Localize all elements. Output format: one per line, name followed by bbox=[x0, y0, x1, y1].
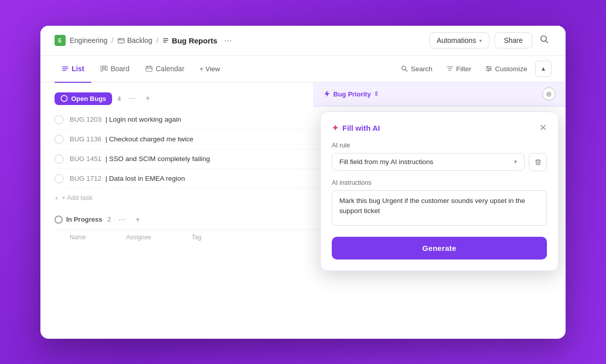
calendar-tab-icon bbox=[145, 65, 153, 72]
open-bugs-label: Open Bugs bbox=[71, 95, 106, 102]
dropdown-chevron-icon: ▾ bbox=[514, 159, 517, 165]
nav-tabs: List Board Calendar + View Search Filter… bbox=[40, 56, 566, 82]
nav-right: Search Filter Customize ▲ bbox=[395, 61, 551, 77]
tab-calendar[interactable]: Calendar bbox=[138, 61, 191, 77]
delete-rule-button[interactable] bbox=[529, 153, 547, 171]
automations-button[interactable]: Automations ▾ bbox=[429, 32, 489, 48]
fill-ai-title-text: Fill with AI bbox=[342, 124, 380, 132]
in-progress-more-button[interactable]: ··· bbox=[116, 214, 128, 225]
task-status-circle[interactable] bbox=[55, 115, 64, 124]
tab-board[interactable]: Board bbox=[93, 61, 136, 77]
content-area: Open Bugs 4 ··· + BUG 1203 | Login not w… bbox=[40, 82, 566, 339]
search-nav-label: Search bbox=[411, 65, 432, 73]
tab-list[interactable]: List bbox=[55, 61, 91, 77]
ai-rule-row: Fill field from my AI instructions ▾ bbox=[332, 153, 547, 171]
plus-circle-icon: ⊕ bbox=[546, 90, 552, 98]
fill-ai-title: ✦ Fill with AI bbox=[332, 123, 380, 133]
task-name-text: Data lost in EMEA region bbox=[109, 175, 185, 182]
bug-priority-text: Bug Priority bbox=[333, 90, 371, 98]
breadcrumb-backlog: Backlog bbox=[118, 36, 153, 44]
breadcrumb-bug-reports-label[interactable]: Bug Reports bbox=[172, 36, 217, 45]
open-bugs-count: 4 bbox=[117, 95, 121, 102]
sort-icon: ⇕ bbox=[374, 90, 379, 97]
col-assignee-header: Assignee bbox=[126, 234, 151, 241]
generate-button[interactable]: Generate bbox=[332, 237, 547, 259]
fill-ai-header: ✦ Fill with AI ✕ bbox=[332, 123, 547, 133]
ai-rule-value: Fill field from my AI instructions bbox=[339, 158, 433, 166]
open-bugs-more-button[interactable]: ··· bbox=[126, 93, 138, 104]
chevron-down-icon: ▾ bbox=[479, 38, 482, 43]
sparkle-icon: ✦ bbox=[332, 123, 338, 133]
col-tag-header: Tag bbox=[191, 234, 201, 241]
ai-rule-section-label: AI rule bbox=[332, 142, 547, 149]
share-button[interactable]: Share bbox=[494, 32, 532, 48]
folder-icon bbox=[118, 37, 125, 44]
svg-point-22 bbox=[490, 68, 491, 70]
task-status-circle[interactable] bbox=[55, 154, 64, 164]
svg-point-4 bbox=[541, 36, 546, 41]
close-modal-button[interactable]: ✕ bbox=[539, 123, 547, 132]
search-nav-icon bbox=[401, 65, 408, 72]
trash-icon bbox=[534, 158, 542, 166]
breadcrumb-sep-2: / bbox=[156, 36, 158, 44]
task-title: BUG 1203 | Login not working again bbox=[70, 116, 181, 123]
fill-ai-modal: ✦ Fill with AI ✕ AI rule Fill field from… bbox=[320, 112, 559, 271]
collapse-button[interactable]: ▲ bbox=[535, 61, 551, 77]
task-title: BUG 1451 | SSO and SCIM completely faili… bbox=[70, 155, 210, 163]
tab-list-label: List bbox=[72, 65, 84, 73]
in-progress-count: 2 bbox=[108, 216, 111, 223]
tab-board-label: Board bbox=[111, 65, 129, 73]
add-view-button[interactable]: + View bbox=[193, 62, 226, 76]
breadcrumb-backlog-label[interactable]: Backlog bbox=[127, 36, 153, 44]
task-name-text: Login not working again bbox=[109, 116, 181, 123]
automations-label: Automations bbox=[437, 36, 476, 44]
breadcrumb-sep-1: / bbox=[112, 36, 114, 44]
header: E Engineering / Backlog / Bug Reports ··… bbox=[40, 26, 566, 56]
task-id: BUG 1136 bbox=[70, 135, 102, 143]
in-progress-badge: In Progress bbox=[55, 216, 103, 224]
in-progress-add-button[interactable]: + bbox=[133, 214, 142, 225]
search-icon bbox=[539, 34, 549, 44]
customize-icon bbox=[485, 65, 492, 72]
in-progress-label: In Progress bbox=[66, 216, 103, 223]
svg-point-21 bbox=[487, 66, 488, 68]
bug-priority-header: Bug Priority ⇕ ⊕ bbox=[313, 82, 566, 107]
search-nav-button[interactable]: Search bbox=[395, 62, 438, 76]
open-bugs-circle bbox=[61, 95, 68, 102]
customize-label: Customize bbox=[495, 65, 527, 73]
list-tab-icon bbox=[62, 65, 69, 72]
col-name-header: Name bbox=[70, 234, 86, 241]
task-id: BUG 1451 bbox=[70, 155, 102, 163]
svg-rect-11 bbox=[106, 66, 108, 71]
add-column-button[interactable]: ⊕ bbox=[542, 87, 556, 100]
eng-badge: E bbox=[55, 35, 66, 46]
chevron-up-icon: ▲ bbox=[540, 65, 546, 72]
breadcrumb-engineering-label[interactable]: Engineering bbox=[70, 36, 108, 44]
ai-panel: Bug Priority ⇕ ⊕ ✦ Fill with AI ✕ AI rul… bbox=[313, 82, 566, 339]
svg-rect-24 bbox=[536, 160, 539, 160]
svg-line-5 bbox=[546, 41, 548, 43]
in-progress-circle bbox=[55, 216, 63, 224]
open-bugs-add-button[interactable]: + bbox=[143, 93, 153, 104]
breadcrumb: E Engineering / Backlog / Bug Reports ··… bbox=[55, 34, 429, 47]
breadcrumb-engineering: Engineering bbox=[70, 36, 108, 44]
task-status-circle[interactable] bbox=[55, 174, 64, 183]
lightning-icon bbox=[323, 90, 330, 97]
tab-calendar-label: Calendar bbox=[156, 65, 184, 73]
ai-rule-dropdown[interactable]: Fill field from my AI instructions ▾ bbox=[332, 153, 525, 171]
list-icon bbox=[162, 37, 169, 44]
ai-instructions-textarea[interactable]: Mark this bug Urgent if the customer sou… bbox=[332, 190, 547, 226]
header-actions: Automations ▾ Share bbox=[429, 32, 551, 49]
search-button[interactable] bbox=[537, 32, 551, 49]
task-name-text: SSO and SCIM completely failing bbox=[109, 155, 210, 163]
svg-point-23 bbox=[488, 70, 489, 71]
add-task-label: + Add task bbox=[62, 194, 92, 201]
svg-rect-10 bbox=[103, 66, 105, 70]
customize-button[interactable]: Customize bbox=[479, 62, 533, 76]
more-options-button[interactable]: ··· bbox=[221, 34, 235, 47]
add-icon: + bbox=[55, 194, 59, 202]
filter-button[interactable]: Filter bbox=[440, 62, 477, 76]
svg-rect-9 bbox=[101, 66, 103, 72]
task-status-circle[interactable] bbox=[55, 135, 64, 144]
filter-icon bbox=[446, 65, 453, 72]
